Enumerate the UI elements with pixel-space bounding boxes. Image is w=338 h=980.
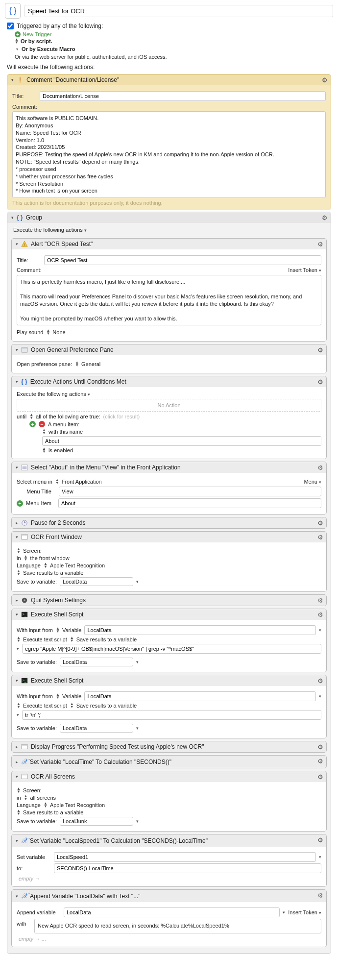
add-condition-button[interactable]: + — [29, 421, 36, 427]
screen-select[interactable]: ▲▼Screen: — [17, 548, 42, 554]
select-menu-in-value[interactable]: ▲▼Front Application — [55, 479, 102, 485]
exec-text-select[interactable]: ▲▼Execute text script — [17, 703, 67, 709]
is-enabled-select[interactable]: ▲▼is enabled — [42, 447, 73, 453]
comment-title-input[interactable] — [40, 91, 326, 101]
gear-icon[interactable]: ⚙ — [317, 534, 323, 541]
save-results-select[interactable]: ▲▼Save results to a variable — [17, 809, 83, 815]
disclosure-icon[interactable]: ▾ — [16, 678, 18, 683]
add-menu-item-button[interactable]: + — [17, 500, 23, 507]
gear-icon[interactable]: ⚙ — [317, 597, 323, 604]
front-window-select[interactable]: ▲▼the front window — [24, 555, 70, 561]
save-results-select[interactable]: ▲▼Save results to a variable — [17, 570, 83, 576]
disclosure-icon[interactable]: ▾ — [16, 242, 18, 246]
save-var-input[interactable]: LocalData — [60, 658, 133, 666]
insert-token-button[interactable]: Insert Token ▾ — [288, 267, 321, 273]
with-text-input[interactable]: New Apple OCR speed to read screen, in s… — [34, 919, 321, 933]
macro-title-input[interactable] — [24, 5, 333, 17]
gear-icon[interactable]: ⚙ — [317, 677, 323, 685]
all-screens-select[interactable]: ▲▼all screens — [24, 795, 56, 801]
variable-x-icon: 𝒳 — [21, 836, 27, 845]
chevron-down-icon[interactable]: ▾ — [88, 392, 90, 397]
script-input[interactable] — [22, 644, 321, 654]
click-for-result[interactable]: (click for result) — [103, 414, 140, 419]
save-results-select[interactable]: ▲▼Save results to a variable — [70, 637, 137, 642]
disclosure-icon[interactable]: ▾ — [17, 646, 19, 651]
gear-icon[interactable]: ⚙ — [317, 464, 323, 471]
disclosure-icon[interactable]: ▾ — [17, 712, 19, 717]
play-sound-select[interactable]: ▲▼None — [46, 329, 65, 335]
svg-text:>_: >_ — [23, 679, 26, 683]
disclosure-icon[interactable]: ▸ — [16, 760, 18, 764]
insert-token-button[interactable]: Insert Token ▾ — [288, 909, 321, 915]
chevron-down-icon[interactable]: ▾ — [136, 660, 139, 664]
menu-dropdown-button[interactable]: Menu ▾ — [304, 479, 321, 485]
chevron-down-icon[interactable]: ▾ — [136, 579, 139, 584]
disclosure-icon[interactable]: ▾ — [11, 77, 14, 82]
with-name-select[interactable]: ▲▼with this name — [42, 429, 83, 435]
trigger-execute-macro[interactable]: ▾ Or by Execute Macro — [0, 45, 338, 53]
language-select[interactable]: ▲▼Apple Text Recognition — [44, 802, 105, 808]
gear-icon[interactable]: ⚙ — [322, 214, 328, 221]
disclosure-icon[interactable]: ▾ — [16, 347, 18, 352]
chevron-down-icon[interactable]: ▾ — [84, 228, 87, 233]
chevron-down-icon[interactable]: ▾ — [319, 855, 321, 859]
disclosure-icon[interactable]: ▾ — [16, 838, 18, 843]
disclosure-icon[interactable]: ▾ — [16, 774, 18, 779]
new-trigger-button[interactable]: + New Trigger — [0, 31, 338, 37]
menu-name-input[interactable] — [42, 436, 321, 446]
disclosure-icon[interactable]: ▸ — [16, 598, 18, 603]
disclosure-icon[interactable]: ▸ — [16, 520, 18, 525]
comment-body-text[interactable]: This software is PUBLIC DOMAIN. By: Anon… — [12, 111, 326, 198]
disclosure-icon[interactable]: ▾ — [16, 379, 18, 384]
set-variable-input[interactable] — [54, 852, 316, 862]
alert-body-text[interactable]: This is a perfectly harmless macro, I ju… — [17, 275, 321, 325]
append-variable-input[interactable] — [64, 907, 280, 917]
disclosure-icon[interactable]: ▾ — [16, 894, 18, 899]
chevron-down-icon[interactable]: ▾ — [136, 819, 139, 824]
gear-icon[interactable]: ⚙ — [317, 758, 323, 765]
save-var-input[interactable]: LocalData — [60, 724, 133, 733]
menu-title-input[interactable] — [59, 487, 321, 496]
all-following-select[interactable]: ▲▼all of the following are true: — [29, 414, 100, 419]
alert-title-input[interactable] — [44, 255, 321, 265]
shell-header: Execute Shell Script — [31, 611, 83, 618]
no-action-placeholder[interactable]: No Action — [17, 399, 321, 412]
disclosure-icon[interactable]: ▾ — [16, 535, 18, 539]
disclosure-icon[interactable]: ▸ — [16, 744, 18, 749]
save-to-label: Save to variable: — [17, 579, 57, 585]
to-value-input[interactable] — [54, 863, 321, 873]
gear-icon[interactable]: ⚙ — [317, 346, 323, 354]
gear-icon[interactable]: ⚙ — [317, 519, 323, 527]
save-var-input[interactable]: LocalJunk — [60, 817, 133, 826]
gear-icon[interactable]: ⚙ — [317, 378, 323, 386]
chevron-down-icon[interactable]: ▾ — [319, 694, 321, 699]
script-input[interactable] — [22, 710, 321, 720]
exec-text-select[interactable]: ▲▼Execute text script — [17, 637, 67, 642]
chevron-down-icon[interactable]: ▾ — [283, 910, 285, 915]
input-var-input[interactable] — [84, 691, 316, 701]
gear-icon[interactable]: ⚙ — [317, 836, 323, 844]
language-select[interactable]: ▲▼Apple Text Recognition — [44, 563, 105, 568]
chevron-down-icon[interactable]: ▾ — [136, 726, 139, 731]
input-var-input[interactable] — [84, 625, 316, 635]
menu-item-input[interactable] — [58, 498, 321, 508]
triggers-enabled-checkbox[interactable] — [7, 23, 14, 29]
gear-icon[interactable]: ⚙ — [317, 773, 323, 781]
disclosure-icon[interactable]: ▾ — [11, 215, 14, 220]
open-pref-select[interactable]: ▲▼General — [75, 361, 100, 367]
gear-icon[interactable]: ⚙ — [317, 611, 323, 618]
disclosure-icon[interactable]: ▾ — [16, 465, 18, 470]
gear-icon[interactable]: ⚙ — [317, 892, 323, 899]
gear-icon[interactable]: ⚙ — [317, 743, 323, 751]
input-source-select[interactable]: ▲▼Variable — [56, 627, 81, 633]
disclosure-icon[interactable]: ▾ — [16, 612, 18, 617]
save-results-select[interactable]: ▲▼Save results to a variable — [70, 703, 137, 709]
gear-icon[interactable]: ⚙ — [317, 241, 323, 248]
chevron-down-icon[interactable]: ▾ — [319, 628, 321, 633]
screen-select[interactable]: ▲▼Screen: — [17, 787, 42, 793]
remove-condition-button[interactable]: − — [39, 421, 45, 427]
gear-icon[interactable]: ⚙ — [322, 76, 328, 84]
save-var-input[interactable]: LocalData — [60, 577, 133, 586]
trigger-script[interactable]: ▲▼ Or by script. — [0, 37, 338, 45]
input-source-select[interactable]: ▲▼Variable — [56, 693, 81, 699]
